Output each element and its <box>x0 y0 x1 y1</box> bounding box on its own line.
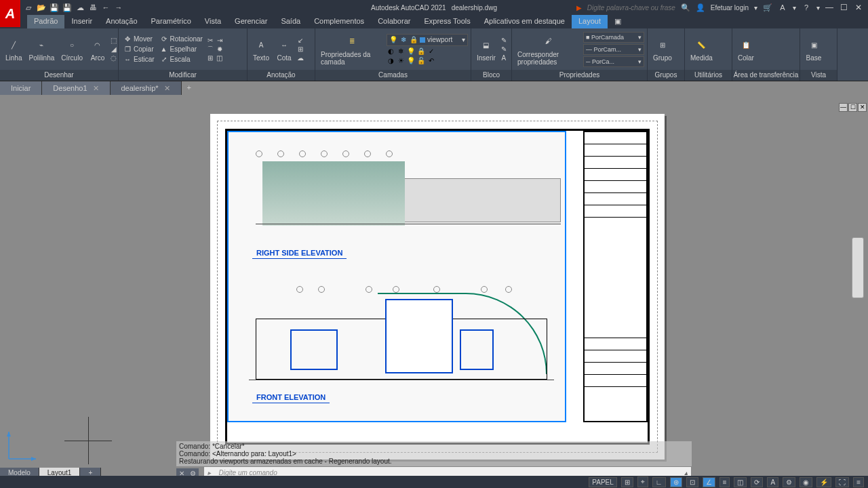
chevron-down-icon[interactable]: ▾ <box>793 4 796 12</box>
lineweight-toggle-icon[interactable]: ≡ <box>719 477 730 487</box>
stretch-button[interactable]: ↔Esticar <box>121 55 157 64</box>
customize-status-icon[interactable]: ≡ <box>853 477 864 487</box>
text-button[interactable]: ATexto <box>250 35 272 63</box>
arc-button[interactable]: ◠Arco <box>87 35 108 63</box>
drawing-area[interactable]: — ☐ ✕ RIGHT SIDE ELEVATION <box>0 95 868 468</box>
rect-icon[interactable]: ⬚ <box>110 37 118 45</box>
extend-icon[interactable]: ⇥ <box>216 37 224 45</box>
explode-icon[interactable]: ✹ <box>216 45 224 54</box>
edit-block-icon[interactable]: ✎ <box>500 45 508 54</box>
vp-maximize-icon[interactable]: ☐ <box>848 103 857 112</box>
create-block-icon[interactable]: ✎ <box>500 37 508 45</box>
menu-inserir[interactable]: Inserir <box>64 15 99 28</box>
measure-button[interactable]: 📏Medida <box>688 35 715 63</box>
saveas-icon[interactable]: 💾 <box>62 3 72 12</box>
hardware-accel-icon[interactable]: ⚡ <box>816 477 831 487</box>
dimension-button[interactable]: ↔Cota <box>273 35 295 63</box>
paper-sheet[interactable]: RIGHT SIDE ELEVATION FRONT ELEVATION <box>210 114 665 460</box>
minimize-button[interactable]: — <box>825 3 835 12</box>
tab-desenho1[interactable]: Desenho1✕ <box>42 81 110 95</box>
group-button[interactable]: ⊞Grupo <box>650 35 675 63</box>
layer-match-icon[interactable]: ✓ <box>427 47 435 56</box>
panel-draw-title[interactable]: Desenhar <box>0 70 118 81</box>
navigation-bar[interactable] <box>852 237 864 298</box>
app-logo[interactable]: A <box>0 0 20 27</box>
plot-icon[interactable]: 🖶 <box>88 3 98 12</box>
cloud-icon[interactable]: ☁ <box>296 54 304 62</box>
clean-screen-icon[interactable]: ⛶ <box>835 477 849 487</box>
trim-icon[interactable]: ✂ <box>206 37 214 45</box>
help-icon[interactable]: ? <box>802 3 811 12</box>
grid-toggle-icon[interactable]: ⊞ <box>621 477 633 487</box>
panel-groups-title[interactable]: Grupos <box>648 70 684 81</box>
attr-icon[interactable]: A <box>500 54 508 62</box>
isolate-icon[interactable]: ◉ <box>800 477 812 487</box>
layer-lock-icon[interactable]: 🔒 <box>417 47 425 56</box>
vp-minimize-icon[interactable]: — <box>839 103 848 112</box>
layer-iso-icon[interactable]: ◐ <box>387 47 395 56</box>
menu-parametrico[interactable]: Paramétrico <box>144 15 198 28</box>
array-icon[interactable]: ⊞ <box>206 54 214 62</box>
layer-thaw-icon[interactable]: ☀ <box>397 57 405 65</box>
redo-icon[interactable]: → <box>114 3 123 12</box>
rotate-button[interactable]: ⟳Rotacionar <box>158 35 205 44</box>
hatch-icon[interactable]: ◢ <box>110 45 118 54</box>
new-icon[interactable]: ▱ <box>24 3 33 12</box>
menu-anotacao[interactable]: Anotação <box>99 15 144 28</box>
add-tab-button[interactable]: + <box>182 81 197 95</box>
layer-prev-icon[interactable]: ↶ <box>427 57 435 65</box>
ellipse-icon[interactable]: ◌ <box>110 54 118 62</box>
leader-icon[interactable]: ↙ <box>296 37 304 45</box>
panel-layers-title[interactable]: Camadas <box>315 70 471 81</box>
layer-freeze-icon[interactable]: ❄ <box>397 47 405 56</box>
panel-props-title[interactable]: Propriedades <box>512 70 647 81</box>
chevron-down-icon[interactable]: ▾ <box>754 4 757 12</box>
panel-clip-title[interactable]: Área de transferência <box>732 70 800 81</box>
copy-button[interactable]: ❐Copiar <box>121 45 157 54</box>
appstore-icon[interactable]: A <box>778 3 787 12</box>
menu-saida[interactable]: Saída <box>274 15 307 28</box>
search-input[interactable] <box>587 4 675 12</box>
linetype-combo[interactable]: ─ PorCa...▾ <box>583 56 644 67</box>
layer-off-icon[interactable]: 💡 <box>407 47 415 56</box>
workspace-icon[interactable]: ⚙ <box>783 477 795 487</box>
panel-block-title[interactable]: Bloco <box>471 70 511 81</box>
polar-toggle-icon[interactable]: ⊛ <box>670 477 682 487</box>
panel-util-title[interactable]: Utilitários <box>685 70 732 81</box>
mirror-button[interactable]: ▲Espelhar <box>158 45 205 54</box>
insert-block-button[interactable]: ⬓Inserir <box>474 35 498 63</box>
tab-start[interactable]: Iniciar <box>0 81 42 95</box>
snap-toggle-icon[interactable]: ⌖ <box>637 476 648 487</box>
circle-button[interactable]: ○Círculo <box>58 35 85 63</box>
vp-close-icon[interactable]: ✕ <box>858 103 867 112</box>
transparency-toggle-icon[interactable]: ◫ <box>734 477 747 487</box>
ortho-toggle-icon[interactable]: ∟ <box>652 477 666 487</box>
paste-button[interactable]: 📋Colar <box>735 35 757 63</box>
selection-cycle-icon[interactable]: ⟳ <box>751 477 763 487</box>
cart-icon[interactable]: 🛒 <box>763 3 772 12</box>
layer-unlock-icon[interactable]: 🔓 <box>417 57 425 65</box>
menu-express[interactable]: Express Tools <box>417 15 477 28</box>
panel-anot-title[interactable]: Anotação <box>248 70 315 81</box>
tab-dealership[interactable]: dealership*✕ <box>111 81 182 95</box>
close-icon[interactable]: ✕ <box>93 84 99 93</box>
menu-apps[interactable]: Aplicativos em destaque <box>477 15 572 28</box>
move-button[interactable]: ✥Mover <box>121 35 157 44</box>
menu-vista[interactable]: Vista <box>198 15 228 28</box>
close-icon[interactable]: ✕ <box>164 84 170 93</box>
line-button[interactable]: ╱Linha <box>3 35 24 63</box>
layer-combo[interactable]: 💡 ❄ 🔒 viewport ▾ <box>387 34 468 46</box>
undo-icon[interactable]: ← <box>101 3 111 12</box>
otrack-toggle-icon[interactable]: ∠ <box>703 477 715 487</box>
webmobile-icon[interactable]: ☁ <box>75 3 85 12</box>
save-icon[interactable]: 💾 <box>50 3 59 12</box>
user-icon[interactable]: 👤 <box>696 3 705 12</box>
offset-icon[interactable]: ◫ <box>216 54 224 62</box>
osnap-toggle-icon[interactable]: ⊡ <box>686 477 698 487</box>
menu-colaborar[interactable]: Colaborar <box>371 15 417 28</box>
login-button[interactable]: Efetuar login <box>711 4 749 12</box>
space-indicator[interactable]: PAPEL <box>589 477 617 487</box>
maximize-button[interactable]: ☐ <box>840 3 850 12</box>
chevron-down-icon[interactable]: ▾ <box>816 4 820 12</box>
fillet-icon[interactable]: ⌒ <box>206 45 214 54</box>
